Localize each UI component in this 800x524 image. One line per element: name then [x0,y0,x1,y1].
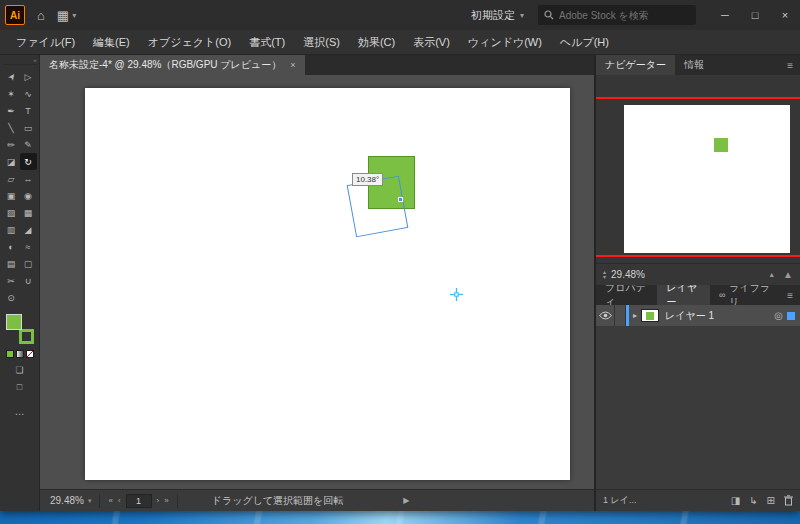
maximize-button[interactable]: □ [740,0,770,30]
pencil-tool[interactable]: ✎ [20,136,37,153]
target-circle-icon[interactable]: ◎ [774,310,783,321]
first-artboard-icon[interactable]: « [108,496,112,505]
title-bar: Ai ⌂ ▦ ▾ 初期設定 ▾ ─ □ × [0,0,800,30]
menu-edit[interactable]: 編集(E) [93,35,130,50]
rotate-tool[interactable]: ↻ [20,153,37,170]
document-area: 名称未設定-4* @ 29.48%（RGB/GPU プレビュー） × 10.38… [40,55,594,511]
expand-chevron-icon[interactable]: ▸ [633,311,637,320]
close-tab-icon[interactable]: × [290,60,295,70]
menu-type[interactable]: 書式(T) [249,35,285,50]
gradient-tool[interactable]: ▥ [3,221,20,238]
panel-menu-icon[interactable]: ≡ [780,55,800,75]
tools-panel: » ➤ ▷ ✶ ∿ ✒ T ╲ ▭ ✏ ✎ ◪ ↻ ▱ ↔ ▣ [0,55,40,511]
minimize-button[interactable]: ─ [710,0,740,30]
perspective-grid-tool[interactable]: ▨ [3,204,20,221]
eraser-tool[interactable]: ◪ [3,153,20,170]
blend-tool[interactable]: ◐ [3,238,20,255]
adobe-stock-search[interactable] [538,5,696,25]
zoom-spinner[interactable]: ▴ ▾ [603,270,606,280]
screen-mode-icon[interactable]: □ [17,382,22,392]
tab-properties[interactable]: プロパティ [596,285,657,305]
menu-file[interactable]: ファイル(F) [16,35,75,50]
line-segment-tool[interactable]: ╲ [3,119,20,136]
tab-libraries[interactable]: ∞ ライブラリ [710,285,780,305]
tab-info[interactable]: 情報 [675,55,713,75]
none-button[interactable] [26,350,34,358]
paintbrush-tool[interactable]: ✏ [3,136,20,153]
layers-empty-area[interactable] [596,326,800,489]
slice-tool[interactable]: ✂ [3,272,20,289]
eyedropper-tool[interactable]: ◢ [20,221,37,238]
artboard-number-field[interactable] [126,494,152,508]
gradient-button[interactable] [16,350,24,358]
menu-select[interactable]: 選択(S) [303,35,340,50]
last-artboard-icon[interactable]: » [164,496,168,505]
navigator-zoom-value[interactable]: 29.48% [611,269,645,280]
lasso-tool[interactable]: ∿ [20,85,37,102]
mesh-tool[interactable]: ▦ [20,204,37,221]
zoom-out-icon[interactable]: ▲ [768,271,775,278]
tab-navigator[interactable]: ナビゲーター [596,55,675,75]
delete-layer-icon[interactable] [784,495,793,506]
shape-builder-tool[interactable]: ◉ [20,187,37,204]
symbol-sprayer-tool[interactable]: ≈ [20,238,37,255]
document-tab[interactable]: 名称未設定-4* @ 29.48%（RGB/GPU プレビュー） × [40,55,305,75]
hand-tool[interactable]: ∪ [20,272,37,289]
free-transform-tool[interactable]: ▣ [3,187,20,204]
draw-mode-icon[interactable]: ❏ [15,365,23,375]
previous-artboard-icon[interactable]: ‹ [118,496,121,505]
magic-wand-tool[interactable]: ✶ [3,85,20,102]
arrange-documents-icon[interactable]: ▦ [57,8,69,23]
artboard[interactable] [85,88,570,480]
layer-thumbnail[interactable] [641,309,659,322]
edit-toolbar-button[interactable]: … [15,406,25,417]
new-layer-icon[interactable]: ⊞ [767,495,775,506]
make-clipping-mask-icon[interactable]: ◨ [731,495,740,506]
close-button[interactable]: × [770,0,800,30]
lock-toggle[interactable] [615,305,626,326]
menu-object[interactable]: オブジェクト(O) [148,35,231,50]
pen-tool[interactable]: ✒ [3,102,20,119]
layer-name[interactable]: レイヤー 1 [665,309,714,323]
spin-down-icon[interactable]: ▾ [603,275,606,280]
next-artboard-icon[interactable]: › [157,496,160,505]
layer-row[interactable]: ▸ レイヤー 1 ◎ [596,305,800,326]
panel-menu-icon[interactable]: ≡ [780,285,800,305]
artboard-tool[interactable]: ▢ [20,255,37,272]
scale-tool[interactable]: ▱ [3,170,20,187]
document-tab-bar: 名称未設定-4* @ 29.48%（RGB/GPU プレビュー） × [40,55,594,75]
width-tool[interactable]: ↔ [20,170,37,187]
status-flyout-icon[interactable]: ▶ [403,496,409,505]
stroke-swatch[interactable] [19,329,34,344]
zoom-tool[interactable]: ⊙ [3,289,20,306]
visibility-toggle[interactable] [596,305,615,326]
menu-help[interactable]: ヘルプ(H) [560,35,609,50]
canvas[interactable]: 10.38° [40,75,594,489]
new-sublayer-icon[interactable]: ↳ [749,495,757,506]
menu-window[interactable]: ウィンドウ(W) [468,35,542,50]
navigator-view-box-bottom[interactable] [596,255,800,257]
selection-indicator[interactable] [787,312,795,320]
tab-layers[interactable]: レイヤー [657,285,710,305]
illustrator-app-icon[interactable]: Ai [5,5,25,25]
home-icon[interactable]: ⌂ [37,8,45,23]
rectangle-tool[interactable]: ▭ [20,119,37,136]
workspace-switcher[interactable]: 初期設定 ▾ [471,8,524,23]
arrange-documents-caret-icon[interactable]: ▾ [72,11,76,20]
menu-view[interactable]: 表示(V) [413,35,450,50]
zoom-level-dropdown[interactable]: 29.48% ▾ [50,495,91,506]
search-input[interactable] [559,10,690,21]
tools-panel-collapse[interactable]: » [3,57,37,65]
navigator-view-box-top[interactable] [596,97,800,99]
direct-selection-tool[interactable]: ▷ [20,68,37,85]
fill-swatch[interactable] [6,314,22,330]
color-button[interactable] [6,350,14,358]
menu-effect[interactable]: 効果(C) [358,35,395,50]
windows-desktop: Ai ⌂ ▦ ▾ 初期設定 ▾ ─ □ × [0,0,800,524]
column-graph-tool[interactable]: ▤ [3,255,20,272]
navigator-controls: ▴ ▾ 29.48% ▲ ▲ [596,263,800,285]
zoom-in-icon[interactable]: ▲ [783,269,793,280]
type-tool[interactable]: T [20,102,37,119]
rotation-angle-tooltip: 10.38° [352,173,383,186]
anchor-point[interactable] [398,197,403,202]
